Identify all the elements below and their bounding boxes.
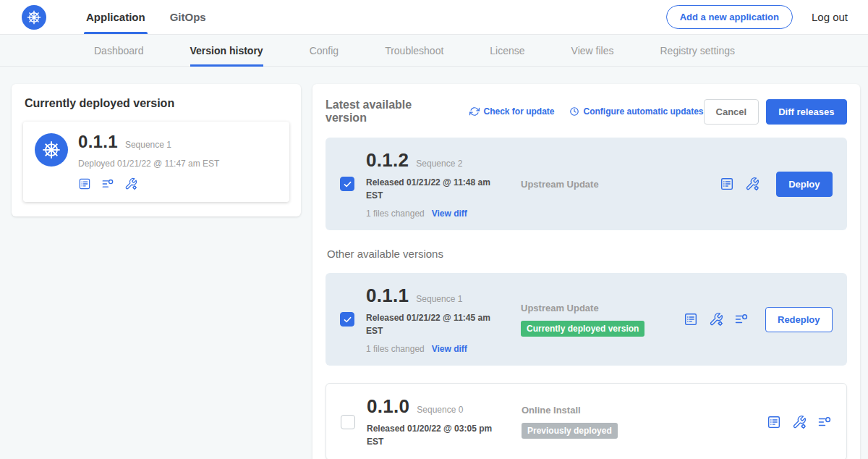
top-navbar: Application GitOps Add a new application… <box>0 0 868 35</box>
tab-version-history[interactable]: Version history <box>190 35 263 66</box>
version-number: 0.1.1 <box>366 285 409 307</box>
version-row-0-1-2: 0.1.2 Sequence 2 Released 01/21/22 @ 11:… <box>326 138 847 230</box>
version-sequence: Sequence 2 <box>416 159 462 169</box>
app-subnav: Dashboard Version history Config Trouble… <box>0 35 868 67</box>
version-released: Released 01/21/22 @ 11:45 am EST <box>366 311 503 337</box>
view-files-icon[interactable] <box>734 312 749 327</box>
checkmark-icon <box>343 315 352 324</box>
configure-updates-label: Configure automatic updates <box>584 106 704 117</box>
tab-config-label: Config <box>310 45 339 56</box>
other-versions-title: Other available versions <box>327 248 846 260</box>
version-number: 0.1.0 <box>367 395 409 418</box>
deployed-sequence-label: Sequence 1 <box>125 140 171 150</box>
version-history-panel: Latest available version Check for updat… <box>312 84 860 459</box>
app-logo-icon <box>35 133 68 167</box>
release-notes-icon[interactable] <box>767 415 781 429</box>
version-row-0-1-1: 0.1.1 Sequence 1 Released 01/21/22 @ 11:… <box>326 273 847 366</box>
edit-config-icon[interactable] <box>709 312 723 327</box>
release-notes-icon[interactable] <box>78 177 91 190</box>
latest-version-header: Latest available version Check for updat… <box>326 98 847 125</box>
edit-config-icon[interactable] <box>792 415 807 429</box>
tab-troubleshoot[interactable]: Troubleshoot <box>385 35 443 66</box>
tab-dashboard-label: Dashboard <box>94 45 144 56</box>
view-files-icon[interactable] <box>817 415 832 429</box>
view-files-icon[interactable] <box>101 177 114 190</box>
version-source: Upstream Update <box>521 303 684 313</box>
kubernetes-logo-icon <box>22 5 46 30</box>
tab-registry-settings[interactable]: Registry settings <box>660 35 734 66</box>
tab-view-files-label: View files <box>571 45 614 56</box>
checkmark-icon <box>343 180 352 189</box>
release-notes-icon[interactable] <box>720 177 734 191</box>
tab-registry-settings-label: Registry settings <box>660 45 734 56</box>
files-changed-label: 1 files changed <box>366 344 425 354</box>
tab-gitops[interactable]: GitOps <box>158 0 218 34</box>
tab-gitops-label: GitOps <box>170 11 206 23</box>
tab-license-label: License <box>490 45 524 56</box>
check-for-update-link[interactable]: Check for update <box>469 106 555 117</box>
version-released: Released 01/20/22 @ 03:05 pm EST <box>367 422 504 448</box>
version-sequence: Sequence 1 <box>416 294 462 304</box>
currently-deployed-badge: Currently deployed version <box>521 321 644 337</box>
edit-config-icon[interactable] <box>745 177 760 191</box>
version-checkbox[interactable] <box>341 415 355 429</box>
redeploy-button[interactable]: Redeploy <box>765 307 833 332</box>
diff-releases-button[interactable]: Diff releases <box>766 99 846 125</box>
version-checkbox[interactable] <box>340 312 354 327</box>
files-changed-label: 1 files changed <box>366 209 425 219</box>
edit-config-icon[interactable] <box>124 177 137 190</box>
header-actions: Cancel Diff releases <box>704 99 847 125</box>
topnav-right: Add a new application Log out <box>666 5 848 29</box>
add-application-button[interactable]: Add a new application <box>666 5 793 29</box>
tab-application[interactable]: Application <box>74 0 158 34</box>
logout-link[interactable]: Log out <box>812 11 848 23</box>
version-sequence: Sequence 0 <box>417 405 463 415</box>
deployed-version-number: 0.1.1 <box>78 132 118 152</box>
tab-license[interactable]: License <box>490 35 524 66</box>
currently-deployed-panel: Currently deployed version 0.1.1 Sequenc… <box>12 84 301 216</box>
view-diff-link[interactable]: View diff <box>432 344 467 354</box>
tab-config[interactable]: Config <box>310 35 339 66</box>
topnav-tabs: Application GitOps <box>74 0 218 34</box>
version-checkbox[interactable] <box>340 177 354 191</box>
tab-view-files[interactable]: View files <box>571 35 614 66</box>
cancel-button[interactable]: Cancel <box>704 99 760 125</box>
release-notes-icon[interactable] <box>684 312 698 327</box>
view-diff-link[interactable]: View diff <box>432 209 467 219</box>
configure-updates-link[interactable]: Configure automatic updates <box>569 106 704 117</box>
version-source: Upstream Update <box>521 179 684 190</box>
deploy-button[interactable]: Deploy <box>776 172 832 197</box>
previously-deployed-badge: Previously deployed <box>522 423 618 439</box>
version-released: Released 01/21/22 @ 11:48 am EST <box>366 176 503 202</box>
auto-updates-icon <box>569 106 579 117</box>
version-number: 0.1.2 <box>366 149 409 172</box>
deployed-panel-title: Currently deployed version <box>25 97 289 110</box>
check-for-update-label: Check for update <box>484 106 555 117</box>
tab-troubleshoot-label: Troubleshoot <box>385 45 443 56</box>
tab-dashboard[interactable]: Dashboard <box>94 35 144 66</box>
check-update-icon <box>469 106 480 117</box>
main-content: Currently deployed version 0.1.1 Sequenc… <box>0 67 868 459</box>
version-source: Online Install <box>522 405 684 416</box>
deployed-timestamp: Deployed 01/21/22 @ 11:47 am EST <box>78 159 219 169</box>
deployed-version-card: 0.1.1 Sequence 1 Deployed 01/21/22 @ 11:… <box>23 122 289 202</box>
tab-version-history-label: Version history <box>190 45 263 56</box>
version-row-0-1-0: 0.1.0 Sequence 0 Released 01/20/22 @ 03:… <box>326 383 847 459</box>
latest-version-title: Latest available version <box>326 98 455 125</box>
tab-application-label: Application <box>86 11 145 23</box>
